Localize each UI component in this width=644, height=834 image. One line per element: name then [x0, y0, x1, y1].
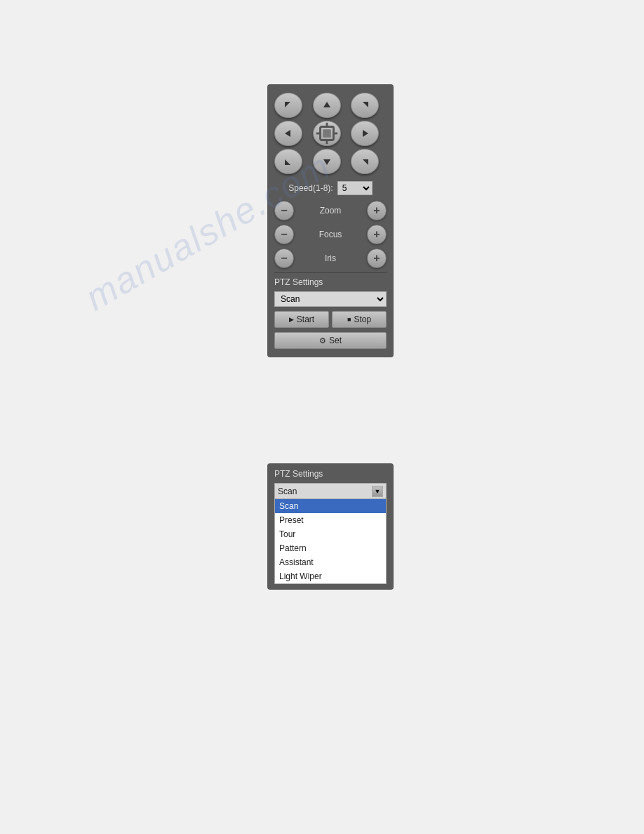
set-label: Set [329, 336, 342, 345]
start-button[interactable]: ▶ Start [274, 311, 329, 328]
svg-marker-2 [363, 102, 368, 107]
right-button[interactable] [351, 121, 379, 146]
dropdown-list: Scan Preset Tour Pattern Assistant Light… [275, 499, 386, 583]
zoom-minus-button[interactable]: − [274, 201, 294, 220]
ptz-settings-label: PTZ Settings [274, 277, 387, 287]
zoom-plus-button[interactable]: + [367, 201, 387, 220]
focus-label: Focus [294, 230, 367, 239]
iris-row: − Iris + [274, 249, 387, 268]
scan-select-wrapper: Scan Preset Tour Pattern Assistant Light… [274, 291, 387, 307]
iris-label: Iris [294, 253, 367, 263]
zoom-label: Zoom [294, 206, 367, 216]
zoom-row: − Zoom + [274, 201, 387, 220]
focus-plus-button[interactable]: + [367, 225, 387, 244]
ptz-settings-label-2: PTZ Settings [274, 469, 387, 479]
ptz-control-panel: Speed(1-8): 5 1 2 3 4 6 7 8 − Zoom + − F… [267, 84, 394, 357]
stop-icon: ■ [347, 316, 351, 323]
speed-row: Speed(1-8): 5 1 2 3 4 6 7 8 [274, 181, 387, 195]
svg-marker-10 [363, 130, 368, 137]
up-left-button[interactable] [274, 93, 302, 118]
stop-label: Stop [354, 315, 371, 324]
center-button[interactable] [313, 121, 341, 146]
speed-select[interactable]: 5 1 2 3 4 6 7 8 [337, 181, 373, 195]
start-label: Start [297, 315, 314, 324]
down-right-button[interactable] [351, 149, 379, 174]
iris-minus-button[interactable]: − [274, 249, 294, 268]
ptz-settings-panel-2: PTZ Settings Scan ▼ Scan Preset Tour Pat… [267, 463, 394, 590]
dropdown-arrow-button[interactable]: ▼ [372, 486, 383, 497]
dropdown-item-assistant[interactable]: Assistant [275, 555, 386, 569]
dropdown-item-light-wiper[interactable]: Light Wiper [275, 569, 386, 583]
svg-marker-0 [285, 102, 290, 107]
up-right-button[interactable] [351, 93, 379, 118]
start-icon: ▶ [289, 316, 294, 323]
focus-minus-button[interactable]: − [274, 225, 294, 244]
svg-marker-11 [285, 159, 290, 165]
speed-label: Speed(1-8): [288, 183, 333, 193]
focus-row: − Focus + [274, 225, 387, 244]
svg-marker-3 [285, 130, 290, 137]
down-button[interactable] [313, 149, 341, 174]
svg-rect-5 [323, 129, 330, 137]
dropdown-item-pattern[interactable]: Pattern [275, 541, 386, 555]
stop-button[interactable]: ■ Stop [332, 311, 387, 328]
svg-marker-1 [323, 102, 330, 107]
action-row: ▶ Start ■ Stop [274, 311, 387, 328]
direction-grid [274, 93, 387, 174]
gear-icon: ⚙ [319, 336, 326, 345]
set-button[interactable]: ⚙ Set [274, 332, 387, 349]
dropdown-item-tour[interactable]: Tour [275, 527, 386, 541]
dropdown-item-scan[interactable]: Scan [275, 499, 386, 513]
left-button[interactable] [274, 121, 302, 146]
up-button[interactable] [313, 93, 341, 118]
dropdown-current-value: Scan [278, 486, 297, 496]
down-left-button[interactable] [274, 149, 302, 174]
iris-plus-button[interactable]: + [367, 249, 387, 268]
svg-marker-13 [363, 159, 368, 165]
dropdown-header: Scan ▼ [275, 484, 386, 499]
ptz-settings-section: PTZ Settings Scan Preset Tour Pattern As… [274, 272, 387, 349]
svg-marker-12 [323, 159, 330, 165]
scan-select[interactable]: Scan Preset Tour Pattern Assistant Light… [274, 291, 387, 307]
dropdown-item-preset[interactable]: Preset [275, 513, 386, 527]
dropdown-open: Scan ▼ Scan Preset Tour Pattern Assistan… [274, 483, 387, 584]
